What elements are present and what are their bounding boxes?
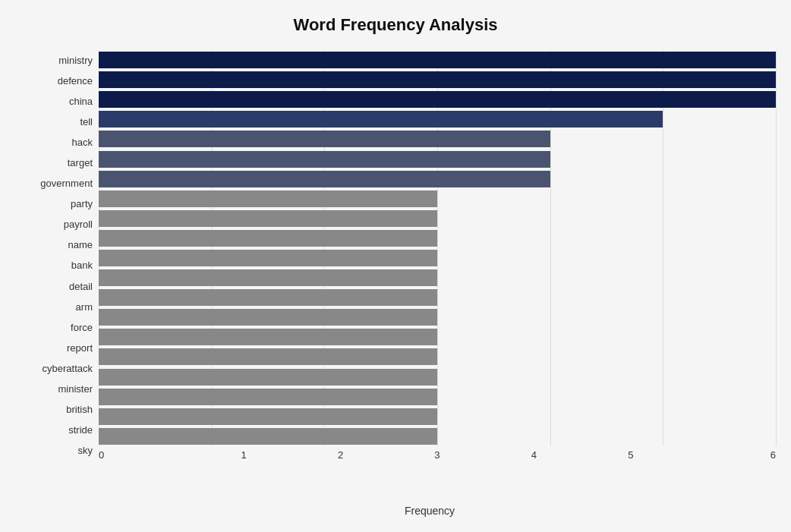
y-label: sky: [78, 440, 93, 460]
x-tick: 4: [486, 449, 582, 461]
bar-row: [99, 288, 776, 307]
bar: [99, 369, 437, 386]
x-tick: 3: [389, 449, 485, 461]
y-label: cyberattack: [43, 358, 93, 378]
bar: [99, 348, 437, 365]
bar-row: [99, 189, 776, 209]
bar-row: [99, 367, 776, 387]
y-label: payroll: [64, 215, 93, 235]
bar: [99, 210, 437, 227]
x-tick: 2: [292, 449, 389, 461]
chart-container: Word Frequency Analysis ministrydefencec…: [0, 0, 791, 532]
bar: [99, 329, 437, 345]
grid-line: [776, 50, 777, 446]
bar: [99, 250, 437, 266]
y-label: stride: [68, 420, 93, 439]
y-label: arm: [76, 297, 93, 316]
y-label: tell: [80, 112, 93, 132]
bar: [99, 408, 437, 425]
bar-row: [99, 150, 776, 169]
y-label: name: [68, 235, 93, 255]
bar-row: [99, 427, 776, 446]
x-axis: 0123456: [99, 449, 776, 461]
bar-row: [99, 268, 776, 288]
y-label: bank: [71, 256, 93, 275]
bar: [99, 111, 663, 127]
bar: [99, 151, 550, 168]
bar-row: [99, 407, 776, 427]
x-tick: 6: [679, 449, 776, 461]
bar: [99, 71, 776, 88]
y-label: force: [71, 317, 93, 337]
bar: [99, 428, 437, 445]
bar-row: [99, 70, 776, 90]
bar-row: [99, 387, 776, 407]
bar: [99, 131, 550, 147]
bar: [99, 52, 776, 68]
y-label: ministry: [58, 51, 93, 71]
bar-row: [99, 169, 776, 189]
bar: [99, 289, 437, 306]
bar: [99, 91, 776, 108]
bars-wrapper: [99, 50, 776, 446]
y-label: defence: [58, 71, 93, 91]
y-label: hack: [72, 133, 93, 153]
bar: [99, 171, 550, 187]
chart-area: ministrydefencechinatellhacktargetgovern…: [15, 50, 776, 461]
y-label: detail: [69, 276, 93, 296]
y-label: party: [71, 194, 93, 214]
x-tick: 1: [195, 449, 292, 461]
bar: [99, 389, 437, 405]
bar-row: [99, 50, 776, 70]
x-tick: 0: [99, 449, 195, 461]
bar-row: [99, 228, 776, 248]
chart-title: Word Frequency Analysis: [15, 15, 776, 35]
bars-section: 0123456: [99, 50, 776, 461]
y-labels: ministrydefencechinatellhacktargetgovern…: [15, 50, 99, 461]
y-label: china: [69, 92, 93, 112]
bar-row: [99, 327, 776, 347]
bar-row: [99, 347, 776, 367]
y-label: government: [40, 174, 93, 194]
bar-row: [99, 129, 776, 149]
bar: [99, 230, 437, 247]
y-label: british: [66, 399, 93, 419]
bar-row: [99, 90, 776, 109]
bar-row: [99, 307, 776, 327]
x-axis-label: Frequency: [84, 505, 776, 517]
bar: [99, 190, 437, 207]
bar: [99, 309, 437, 326]
bar-row: [99, 209, 776, 228]
y-label: report: [67, 338, 93, 357]
bar: [99, 269, 437, 286]
x-tick: 5: [582, 449, 679, 461]
bar-row: [99, 248, 776, 268]
y-label: target: [68, 153, 93, 173]
y-label: minister: [58, 379, 93, 398]
bar-row: [99, 109, 776, 129]
